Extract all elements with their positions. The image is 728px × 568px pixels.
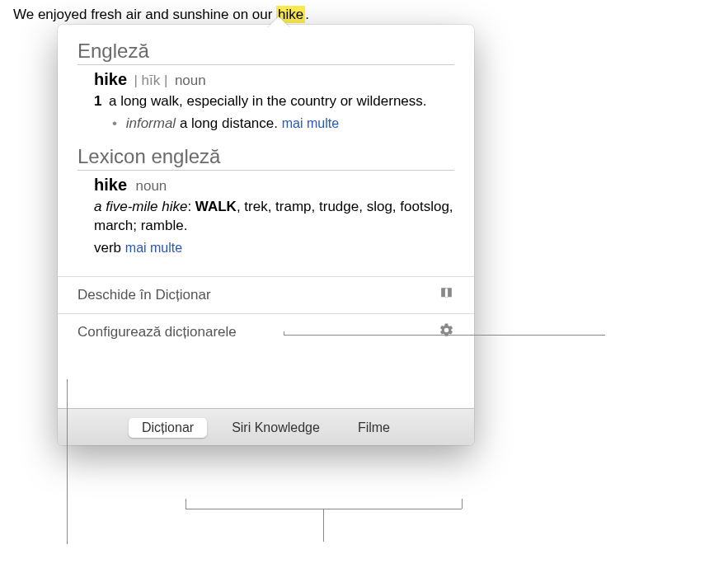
callout-line — [284, 331, 284, 336]
source-sentence: We enjoyed fresh air and sunshine on our… — [13, 7, 309, 23]
sense-definition: a long walk, especially in the country o… — [109, 93, 427, 109]
tab-siri-knowledge[interactable]: Siri Knowledge — [218, 418, 333, 438]
thesaurus-headword: hike — [94, 176, 127, 194]
tab-films[interactable]: Filme — [345, 418, 403, 438]
book-icon — [439, 285, 454, 305]
dictionary-section-title: Engleză — [77, 40, 454, 65]
more-link-thesaurus[interactable]: mai multe — [125, 241, 182, 255]
dictionary-headword: hike — [94, 70, 127, 88]
gear-icon — [439, 322, 454, 342]
configure-dictionaries-button[interactable]: Configurează dicționarele — [58, 314, 474, 350]
part-of-speech: noun — [175, 73, 206, 88]
source-suffix: . — [305, 7, 309, 22]
thesaurus-primary-synonym: WALK — [195, 199, 237, 214]
open-in-dictionary-button[interactable]: Deschide în Dicționar — [58, 277, 474, 313]
callout-line — [67, 379, 68, 544]
open-in-dictionary-label: Deschide în Dicționar — [77, 287, 211, 303]
thesaurus-verb-label: verb — [94, 240, 121, 256]
callout-line — [462, 499, 463, 509]
bullet-icon: • — [112, 115, 117, 131]
callout-line — [284, 335, 605, 336]
tab-bar: Dicționar Siri Knowledge Filme — [58, 408, 474, 445]
sense-number: 1 — [94, 92, 109, 111]
callout-line — [323, 509, 324, 542]
thesaurus-section-title: Lexicon engleză — [77, 145, 454, 171]
subsense-definition: a long distance. — [180, 115, 278, 131]
tab-dictionary[interactable]: Dicționar — [129, 418, 207, 438]
pronunciation: | hīk | — [134, 73, 167, 88]
lookup-popover: Engleză hike | hīk | noun 1a long walk, … — [58, 25, 474, 445]
configure-dictionaries-label: Configurează dicționarele — [77, 324, 237, 340]
callout-line — [186, 499, 186, 509]
more-link-dictionary[interactable]: mai multe — [282, 116, 339, 130]
thesaurus-pos: noun — [135, 178, 167, 194]
register-label: informal — [126, 115, 176, 131]
thesaurus-example: a five-mile hike — [94, 199, 187, 214]
source-prefix: We enjoyed fresh air and sunshine on our — [13, 7, 276, 22]
